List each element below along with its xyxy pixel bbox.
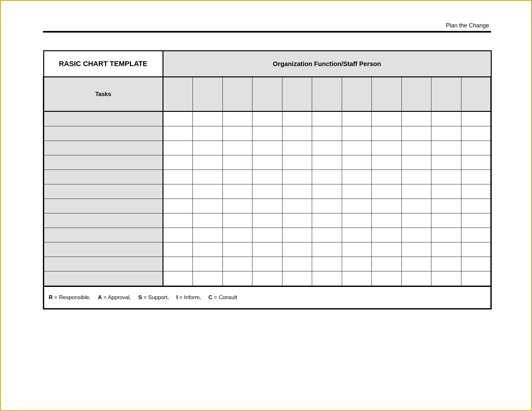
grid-cell [163, 141, 193, 155]
grid-cell [431, 242, 461, 257]
header-divider [43, 31, 491, 33]
grid-cell [282, 271, 312, 287]
grid-cell [431, 155, 461, 170]
grid-cell [431, 112, 461, 126]
grid-cell [282, 126, 312, 141]
grid-cell [252, 112, 282, 126]
grid-cell [372, 271, 402, 287]
grid-cell [401, 257, 431, 271]
grid-cell [372, 199, 402, 213]
row-group-header: Tasks [44, 77, 163, 112]
grid-cell [252, 126, 282, 141]
grid-cell [401, 242, 431, 257]
grid-cell [222, 228, 252, 242]
grid-cell [282, 141, 312, 155]
grid-cell [461, 112, 491, 126]
table-row [44, 184, 491, 199]
grid-cell [222, 257, 252, 271]
grid-cell [193, 228, 223, 242]
grid-cell [252, 213, 282, 228]
grid-cell [342, 112, 372, 126]
grid-cell [163, 112, 193, 126]
grid-cell [401, 228, 431, 242]
column-header [342, 77, 372, 112]
table-row [44, 155, 491, 170]
grid-cell [252, 257, 282, 271]
grid-cell [222, 141, 252, 155]
grid-cell [372, 170, 402, 184]
grid-cell [461, 213, 491, 228]
column-header [282, 77, 312, 112]
column-header [461, 77, 491, 112]
grid-cell [461, 228, 491, 242]
grid-cell [222, 112, 252, 126]
grid-cell [431, 126, 461, 141]
column-header [312, 77, 342, 112]
task-name-cell [44, 155, 163, 170]
grid-cell [461, 242, 491, 257]
grid-cell [312, 242, 342, 257]
grid-cell [282, 155, 312, 170]
task-name-cell [44, 228, 163, 242]
grid-cell [312, 126, 342, 141]
column-header [163, 77, 193, 112]
grid-cell [372, 257, 402, 271]
grid-cell [252, 141, 282, 155]
grid-cell [342, 155, 372, 170]
grid-cell [222, 170, 252, 184]
grid-cell [372, 228, 402, 242]
grid-cell [431, 271, 461, 287]
grid-cell [222, 184, 252, 199]
grid-cell [461, 271, 491, 287]
grid-cell [252, 184, 282, 199]
grid-cell [401, 141, 431, 155]
grid-cell [312, 155, 342, 170]
grid-cell [342, 228, 372, 242]
grid-cell [193, 141, 223, 155]
grid-cell [431, 184, 461, 199]
grid-cell [193, 242, 223, 257]
table-row [44, 271, 491, 287]
grid-cell [342, 141, 372, 155]
grid-cell [431, 199, 461, 213]
table-row [44, 213, 491, 228]
grid-cell [372, 112, 402, 126]
grid-cell [461, 126, 491, 141]
grid-cell [163, 213, 193, 228]
grid-cell [431, 257, 461, 271]
grid-cell [163, 155, 193, 170]
grid-cell [193, 155, 223, 170]
grid-cell [193, 170, 223, 184]
grid-cell [342, 126, 372, 141]
grid-cell [163, 184, 193, 199]
grid-cell [372, 126, 402, 141]
grid-cell [222, 199, 252, 213]
grid-cell [282, 199, 312, 213]
grid-cell [372, 184, 402, 199]
task-name-cell [44, 213, 163, 228]
grid-cell [342, 257, 372, 271]
grid-cell [431, 228, 461, 242]
grid-cell [342, 199, 372, 213]
grid-cell [163, 257, 193, 271]
grid-cell [282, 257, 312, 271]
grid-cell [401, 170, 431, 184]
grid-cell [252, 228, 282, 242]
grid-cell [342, 184, 372, 199]
grid-cell [312, 170, 342, 184]
grid-cell [163, 170, 193, 184]
grid-cell [282, 213, 312, 228]
grid-cell [461, 199, 491, 213]
task-name-cell [44, 242, 163, 257]
grid-cell [312, 184, 342, 199]
grid-cell [431, 170, 461, 184]
table-row [44, 126, 491, 141]
task-name-cell [44, 126, 163, 141]
grid-cell [431, 141, 461, 155]
column-header [252, 77, 282, 112]
column-group-header: Organization Function/Staff Person [163, 51, 491, 77]
grid-cell [193, 257, 223, 271]
grid-cell [252, 199, 282, 213]
grid-cell [312, 199, 342, 213]
grid-cell [193, 126, 223, 141]
